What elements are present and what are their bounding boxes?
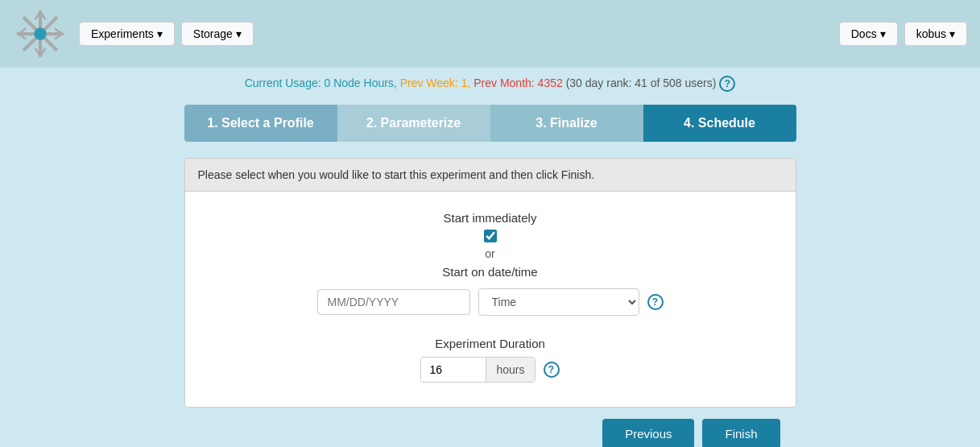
user-menu[interactable]: kobus ▾	[904, 22, 967, 46]
current-usage-label: Current Usage:	[245, 77, 321, 89]
step-4-label: Schedule	[698, 116, 755, 130]
user-label: kobus	[916, 27, 946, 40]
step-3[interactable]: 3. Finalize	[490, 105, 643, 142]
storage-menu[interactable]: Storage ▾	[181, 22, 254, 46]
card-header: Please select when you would like to sta…	[185, 159, 796, 192]
previous-label: Previous	[625, 427, 672, 441]
docs-menu[interactable]: Docs ▾	[839, 22, 898, 46]
usage-bar: Current Usage: 0 Node Hours, Prev Week: …	[16, 76, 964, 92]
duration-input[interactable]	[421, 358, 486, 382]
schedule-form: Start immediately or Start on date/time …	[217, 211, 763, 383]
user-dropdown-icon: ▾	[949, 27, 955, 40]
prev-month-label: Prev Month:	[473, 77, 534, 89]
step-3-number: 3.	[535, 116, 546, 130]
datetime-row: Time00:0001:0002:0003:0004:0005:0006:000…	[317, 288, 664, 316]
duration-input-wrap: hours	[420, 357, 535, 383]
card-header-text: Please select when you would like to sta…	[198, 168, 595, 181]
step-4[interactable]: 4. Schedule	[643, 105, 796, 142]
previous-button[interactable]: Previous	[602, 419, 694, 447]
datetime-help-icon[interactable]: ?	[647, 294, 664, 310]
duration-row: hours ?	[420, 357, 559, 383]
start-immediately-checkbox[interactable]	[484, 230, 497, 242]
experiments-label: Experiments	[91, 27, 154, 40]
or-text: or	[485, 247, 494, 260]
footer-bar: Previous Finish	[184, 408, 796, 447]
start-immediately-text: Start immediately	[444, 211, 537, 225]
finish-label: Finish	[725, 427, 757, 441]
time-select[interactable]: Time00:0001:0002:0003:0004:0005:0006:000…	[478, 288, 639, 316]
step-1-number: 1.	[207, 116, 217, 130]
experiments-menu[interactable]: Experiments ▾	[79, 22, 175, 46]
finish-button[interactable]: Finish	[702, 419, 779, 447]
storage-label: Storage	[193, 27, 233, 40]
step-4-number: 4.	[684, 116, 694, 130]
prev-month-value: 4352	[538, 77, 563, 89]
step-2-label: Parameterize	[381, 116, 461, 130]
step-1-label: Select a Profile	[221, 116, 314, 130]
duration-section: Experiment Duration hours ?	[420, 337, 559, 383]
card-body: Start immediately or Start on date/time …	[185, 192, 796, 407]
usage-help-icon[interactable]: ?	[719, 76, 735, 92]
start-immediately-label: Start immediately	[444, 211, 537, 225]
schedule-card: Please select when you would like to sta…	[184, 158, 796, 408]
step-3-label: Finalize	[550, 116, 598, 130]
duration-label: Experiment Duration	[435, 337, 545, 350]
start-on-label: Start on date/time	[442, 265, 537, 279]
duration-unit: hours	[486, 358, 534, 382]
navbar-left: Experiments ▾ Storage ▾	[79, 22, 254, 46]
navbar: Experiments ▾ Storage ▾ Docs ▾ kobus ▾	[0, 0, 980, 68]
current-usage-value: 0 Node Hours,	[324, 77, 396, 89]
start-on-text: Start on date/time	[442, 265, 537, 279]
steps-bar: 1. Select a Profile 2. Parameterize 3. F…	[184, 105, 796, 142]
storage-dropdown-icon: ▾	[236, 27, 242, 40]
svg-point-12	[34, 27, 46, 39]
navbar-right: Docs ▾ kobus ▾	[839, 22, 967, 46]
step-2[interactable]: 2. Parameterize	[337, 105, 490, 142]
step-2-number: 2.	[366, 116, 377, 130]
duration-help-icon[interactable]: ?	[544, 362, 560, 378]
content-area: Current Usage: 0 Node Hours, Prev Week: …	[0, 68, 980, 447]
start-immediately-row	[484, 230, 497, 242]
prev-week-label: Prev Week:	[400, 77, 458, 89]
experiments-dropdown-icon: ▾	[157, 27, 163, 40]
docs-dropdown-icon: ▾	[880, 27, 886, 40]
step-1[interactable]: 1. Select a Profile	[184, 105, 337, 142]
logo-icon	[13, 6, 68, 61]
prev-week-value: 1,	[461, 77, 471, 89]
docs-label: Docs	[851, 27, 877, 40]
rank-text: (30 day rank: 41 of 508 users)	[566, 77, 717, 89]
date-input[interactable]	[317, 289, 470, 315]
